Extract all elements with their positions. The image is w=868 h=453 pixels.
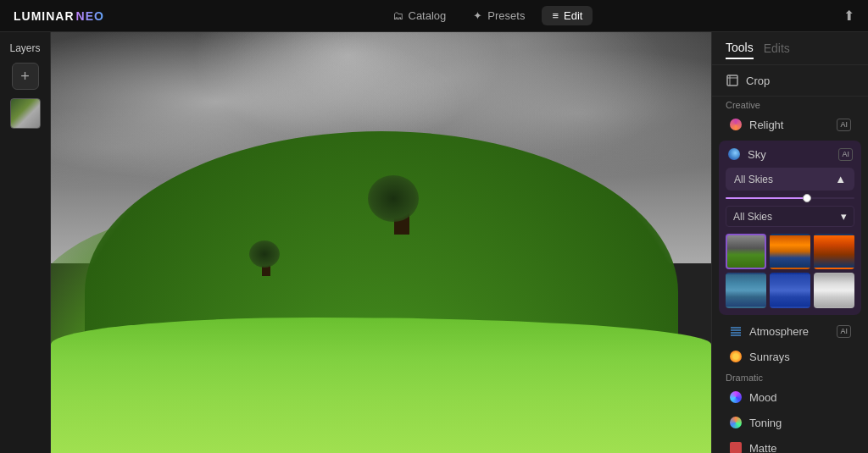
sky-slider-thumb[interactable] [803, 194, 811, 202]
toning-icon [729, 416, 743, 429]
matte-item[interactable]: Matte [715, 435, 865, 453]
presets-label: Presets [487, 9, 525, 22]
sky-sub-dropdown-value: All Skies [733, 211, 772, 223]
sky-ai-badge: AI [838, 148, 853, 161]
edit-label: Edit [564, 9, 582, 22]
atmosphere-item[interactable]: Atmosphere AI [715, 318, 865, 344]
catalog-icon: 🗂 [392, 9, 403, 22]
toning-label: Toning [749, 417, 851, 429]
main-content: Layers + Tools Ed [0, 32, 868, 453]
tree-small-canopy [249, 240, 280, 268]
sky-label: Sky [748, 148, 832, 161]
sunrays-label: Sunrays [749, 351, 851, 363]
add-layer-icon: + [20, 68, 30, 86]
atmosphere-icon [729, 324, 743, 338]
sky-sub-dropdown-chevron-icon: ▾ [841, 210, 847, 223]
svg-rect-0 [727, 75, 737, 86]
layers-title: Layers [9, 42, 40, 54]
panel-tabs: Tools Edits [712, 32, 868, 65]
sky-thumb-4[interactable] [726, 273, 766, 308]
logo-neo-text: NEO [76, 9, 104, 23]
sky-thumb-3[interactable] [814, 234, 854, 269]
sky-icon [727, 147, 741, 161]
right-panel: Tools Edits Crop Creative Rel [711, 32, 868, 453]
logo: LUMINAR NEO [14, 9, 104, 23]
topbar: LUMINAR NEO 🗂 Catalog ✦ Presets ≡ Edit ⬆ [0, 0, 868, 32]
sky-thumb-5[interactable] [770, 273, 810, 308]
section-dramatic-label: Dramatic [712, 369, 868, 384]
share-icon[interactable]: ⬆ [843, 8, 854, 24]
left-sidebar: Layers + [0, 32, 51, 453]
relight-label: Relight [749, 119, 830, 131]
mood-icon [729, 390, 743, 404]
canvas-area [51, 32, 711, 453]
nav-items: 🗂 Catalog ✦ Presets ≡ Edit [131, 6, 843, 25]
toning-item[interactable]: Toning [715, 410, 865, 435]
section-creative-label: Creative [712, 97, 868, 112]
photo-container [51, 32, 711, 453]
sky-dropdown-chevron-icon: ▲ [835, 173, 846, 185]
sky-sub-dropdown[interactable]: All Skies ▾ [726, 206, 854, 227]
crop-label: Crop [746, 75, 854, 87]
presets-icon: ✦ [473, 9, 482, 22]
add-layer-button[interactable]: + [12, 63, 39, 90]
hill-front [51, 318, 711, 453]
sky-thumb-6[interactable] [814, 273, 854, 308]
sky-slider[interactable] [726, 197, 854, 199]
atmosphere-ai-badge: AI [837, 325, 851, 338]
edit-icon: ≡ [552, 9, 559, 22]
sky-dropdown-value: All Skies [734, 174, 773, 185]
tab-edits[interactable]: Edits [764, 41, 790, 58]
tree-main-canopy [368, 175, 419, 222]
sky-dropdown[interactable]: All Skies ▲ [726, 168, 854, 191]
sunrays-icon [729, 350, 743, 363]
logo-luminar-text: LUMINAR [14, 9, 75, 23]
atmosphere-label: Atmosphere [749, 325, 830, 338]
sunrays-item[interactable]: Sunrays [715, 344, 865, 369]
nav-edit[interactable]: ≡ Edit [542, 6, 593, 25]
sky-thumbnails [726, 234, 854, 308]
sky-card-header: Sky AI [726, 147, 854, 161]
sky-thumb-1[interactable] [726, 234, 766, 269]
layer-thumbnail[interactable] [10, 98, 41, 129]
relight-item[interactable]: Relight AI [715, 112, 865, 137]
crop-item[interactable]: Crop [712, 65, 868, 97]
crop-icon [726, 74, 739, 87]
matte-label: Matte [749, 442, 851, 454]
sky-card: Sky AI All Skies ▲ All Skies ▾ [719, 141, 861, 315]
top-right: ⬆ [843, 8, 854, 24]
sky-thumb-2[interactable] [770, 234, 810, 269]
catalog-label: Catalog [409, 9, 447, 22]
tab-tools[interactable]: Tools [726, 41, 754, 59]
relight-ai-badge: AI [837, 119, 851, 131]
relight-icon [729, 118, 743, 131]
nav-presets[interactable]: ✦ Presets [463, 6, 535, 25]
mood-label: Mood [749, 391, 851, 404]
mood-item[interactable]: Mood [715, 384, 865, 410]
matte-icon [729, 441, 743, 453]
nav-catalog[interactable]: 🗂 Catalog [382, 6, 457, 25]
